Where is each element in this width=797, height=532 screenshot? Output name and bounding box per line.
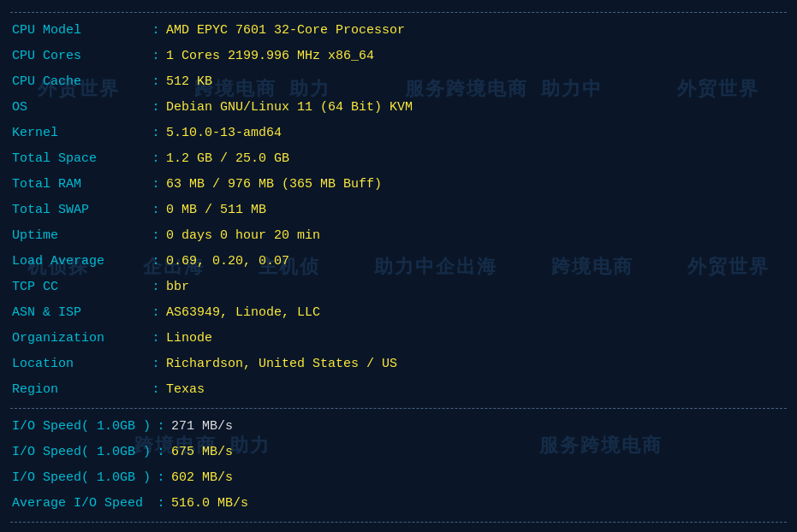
system-info-colon: : bbox=[147, 95, 164, 121]
io-info-row: I/O Speed( 1.0GB ):271 MB/s bbox=[10, 414, 787, 440]
io-info-value: 516.0 MB/s bbox=[170, 491, 787, 517]
io-info-label: I/O Speed( 1.0GB ) bbox=[10, 465, 152, 491]
system-info-colon: : bbox=[147, 172, 164, 198]
system-info-row: Total Space:1.2 GB / 25.0 GB bbox=[10, 146, 787, 172]
system-info-value: 1.2 GB / 25.0 GB bbox=[164, 146, 787, 172]
system-info-label: CPU Model bbox=[10, 18, 147, 44]
system-info-colon: : bbox=[147, 300, 164, 326]
system-info-label: TCP CC bbox=[10, 275, 147, 300]
system-info-colon: : bbox=[147, 275, 164, 300]
system-info-colon: : bbox=[147, 44, 164, 69]
system-info-row: Region:Texas bbox=[10, 377, 787, 403]
io-info-label: Average I/O Speed bbox=[10, 491, 152, 517]
system-info-value: 5.10.0-13-amd64 bbox=[164, 121, 787, 146]
system-info-row: CPU Cache:512 KB bbox=[10, 69, 787, 95]
bot-divider bbox=[10, 522, 787, 523]
system-info-row: Location:Richardson, United States / US bbox=[10, 352, 787, 377]
io-info-colon: : bbox=[152, 414, 170, 440]
io-info-table: I/O Speed( 1.0GB ):271 MB/sI/O Speed( 1.… bbox=[10, 414, 787, 517]
system-info-label: CPU Cache bbox=[10, 69, 147, 95]
system-info-label: Total SWAP bbox=[10, 198, 147, 223]
system-info-label: ASN & ISP bbox=[10, 300, 147, 326]
io-info-label: I/O Speed( 1.0GB ) bbox=[10, 414, 152, 440]
top-divider bbox=[10, 12, 787, 13]
io-info-value: 602 MB/s bbox=[170, 465, 787, 491]
system-info-value: Debian GNU/Linux 11 (64 Bit) KVM bbox=[164, 95, 787, 121]
io-info-colon: : bbox=[152, 465, 170, 491]
system-info-colon: : bbox=[147, 352, 164, 377]
io-info-colon: : bbox=[152, 491, 170, 517]
system-info-value: 512 KB bbox=[164, 69, 787, 95]
system-info-value: Richardson, United States / US bbox=[164, 352, 787, 377]
system-info-row: Organization:Linode bbox=[10, 326, 787, 352]
system-info-label: Organization bbox=[10, 326, 147, 352]
io-info-row: I/O Speed( 1.0GB ):602 MB/s bbox=[10, 465, 787, 491]
io-info-value: 675 MB/s bbox=[170, 440, 787, 465]
system-info-label: Kernel bbox=[10, 121, 147, 146]
system-info-value: AS63949, Linode, LLC bbox=[164, 300, 787, 326]
system-info-colon: : bbox=[147, 121, 164, 146]
system-info-label: Uptime bbox=[10, 223, 147, 249]
system-info-value: 0 days 0 hour 20 min bbox=[164, 223, 787, 249]
system-info-colon: : bbox=[147, 223, 164, 249]
system-info-colon: : bbox=[147, 18, 164, 44]
system-info-row: OS:Debian GNU/Linux 11 (64 Bit) KVM bbox=[10, 95, 787, 121]
system-info-label: Region bbox=[10, 377, 147, 403]
system-info-row: TCP CC:bbr bbox=[10, 275, 787, 300]
system-info-row: CPU Model:AMD EPYC 7601 32-Core Processo… bbox=[10, 18, 787, 44]
system-info-value: 0.69, 0.20, 0.07 bbox=[164, 249, 787, 275]
io-info-value: 271 MB/s bbox=[170, 414, 787, 440]
system-info-colon: : bbox=[147, 146, 164, 172]
system-info-row: Load Average:0.69, 0.20, 0.07 bbox=[10, 249, 787, 275]
system-info-row: CPU Cores:1 Cores 2199.996 MHz x86_64 bbox=[10, 44, 787, 69]
system-info-row: Kernel:5.10.0-13-amd64 bbox=[10, 121, 787, 146]
io-info-label: I/O Speed( 1.0GB ) bbox=[10, 440, 152, 465]
system-info-value: 0 MB / 511 MB bbox=[164, 198, 787, 223]
system-info-label: Total RAM bbox=[10, 172, 147, 198]
system-info-value: Texas bbox=[164, 377, 787, 403]
main-container: CPU Model:AMD EPYC 7601 32-Core Processo… bbox=[0, 0, 797, 532]
system-info-label: CPU Cores bbox=[10, 44, 147, 69]
mid-divider bbox=[10, 408, 787, 409]
system-info-row: Total SWAP:0 MB / 511 MB bbox=[10, 198, 787, 223]
system-info-colon: : bbox=[147, 198, 164, 223]
system-info-colon: : bbox=[147, 249, 164, 275]
system-info-value: 63 MB / 976 MB (365 MB Buff) bbox=[164, 172, 787, 198]
system-info-row: ASN & ISP:AS63949, Linode, LLC bbox=[10, 300, 787, 326]
system-info-colon: : bbox=[147, 69, 164, 95]
io-info-row: Average I/O Speed:516.0 MB/s bbox=[10, 491, 787, 517]
system-info-colon: : bbox=[147, 326, 164, 352]
system-info-row: Uptime:0 days 0 hour 20 min bbox=[10, 223, 787, 249]
system-info-colon: : bbox=[147, 377, 164, 403]
system-info-label: Load Average bbox=[10, 249, 147, 275]
system-info-value: Linode bbox=[164, 326, 787, 352]
system-info-row: Total RAM:63 MB / 976 MB (365 MB Buff) bbox=[10, 172, 787, 198]
system-info-label: OS bbox=[10, 95, 147, 121]
io-info-row: I/O Speed( 1.0GB ):675 MB/s bbox=[10, 440, 787, 465]
io-info-colon: : bbox=[152, 440, 170, 465]
system-info-label: Location bbox=[10, 352, 147, 377]
system-info-value: 1 Cores 2199.996 MHz x86_64 bbox=[164, 44, 787, 69]
system-info-value: AMD EPYC 7601 32-Core Processor bbox=[164, 18, 787, 44]
system-info-table: CPU Model:AMD EPYC 7601 32-Core Processo… bbox=[10, 18, 787, 403]
system-info-label: Total Space bbox=[10, 146, 147, 172]
system-info-value: bbr bbox=[164, 275, 787, 300]
